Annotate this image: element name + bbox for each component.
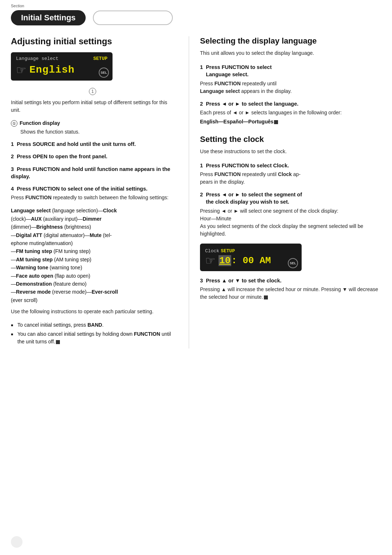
left-column: Adjusting initial settings Language sele… <box>11 36 185 348</box>
bullet-1: To cancel initial settings, press BAND. <box>11 321 174 329</box>
right-section2-intro: Use these instructions to set the clock. <box>200 148 381 155</box>
header-title: Initial Settings <box>21 13 75 23</box>
disp-main-text: English <box>29 64 75 76</box>
bullet-2: You can also cancel initial settings by … <box>11 330 174 346</box>
use-following-text: Use the following instructions to operat… <box>11 308 174 315</box>
step-4: 4 Press FUNCTION to select one of the in… <box>11 185 174 201</box>
function-display-section: ① Function display <box>11 120 174 127</box>
func-display-bold: Function display <box>20 120 60 126</box>
stop-symbol-1 <box>56 340 60 344</box>
clock-disp-label-left: Clock <box>205 248 219 254</box>
right-step-2: 2 Press ◄ or ► to select the language. E… <box>200 100 381 125</box>
stop-symbol-2 <box>274 120 278 124</box>
step-4-body: Press FUNCTION repeatedly to switch betw… <box>11 194 174 201</box>
display-circle-label: 1 <box>11 88 174 95</box>
column-divider <box>189 36 189 348</box>
sel-button[interactable]: SEL <box>99 68 109 78</box>
header-badge: Initial Settings <box>11 10 86 25</box>
step-1: 1 Press SOURCE and hold until the unit t… <box>11 140 174 148</box>
step-3-heading: Press FUNCTION and hold until function n… <box>11 166 170 179</box>
step-2-heading: Press OPEN to open the front panel. <box>17 154 107 159</box>
left-heading: Adjusting initial settings <box>11 36 174 46</box>
clock-step-2: 2 Press ◄ or ► to select the segment of … <box>200 191 381 238</box>
left-intro: Initial settings lets you perform initia… <box>11 99 174 114</box>
step-3: 3 Press FUNCTION and hold until function… <box>11 166 174 180</box>
func-display-body: Shows the function status. <box>11 129 174 135</box>
clock-disp-label-right: SETUP <box>221 248 235 254</box>
bullet-list: To cancel initial settings, press BAND. … <box>11 321 174 346</box>
clock-step-1: 1 Press FUNCTION to select Clock. Press … <box>200 162 381 186</box>
language-display-image: Language select SETUP ☞ English SEL <box>11 52 113 81</box>
clock-step-3: 3 Press ▲ or ▼ to set the clock. Pressin… <box>200 277 381 301</box>
stop-symbol-3 <box>264 295 268 299</box>
step-4-heading: Press FUNCTION to select one of the init… <box>17 186 147 192</box>
clock-display-image: Clock SETUP ☞ 10: 00 AM SEL <box>200 244 302 271</box>
step-2: 2 Press OPEN to open the front panel. <box>11 153 174 160</box>
step-1-heading: Press SOURCE and hold until the unit tur… <box>17 141 136 147</box>
header-badge-empty <box>93 11 173 25</box>
settings-list: Language select (language selection)—Clo… <box>11 207 174 304</box>
clock-sel-button[interactable]: SEL <box>288 258 298 268</box>
disp-label-left: Language select <box>16 56 58 61</box>
right-section2-heading: Setting the clock <box>200 135 381 144</box>
language-order: English—Español—Português <box>200 119 381 125</box>
right-step-1: 1 Press FUNCTION to select Language sele… <box>200 64 381 95</box>
right-section1-heading: Selecting the display language <box>200 36 381 46</box>
page-number <box>11 536 23 548</box>
disp-label-right: SETUP <box>93 56 107 61</box>
right-column: Selecting the display language This unit… <box>193 36 381 348</box>
section-label: Section <box>11 4 24 8</box>
right-section1-intro: This unit allows you to select the displ… <box>200 49 381 57</box>
clock-disp-main: 10: 00 AM <box>219 255 271 266</box>
